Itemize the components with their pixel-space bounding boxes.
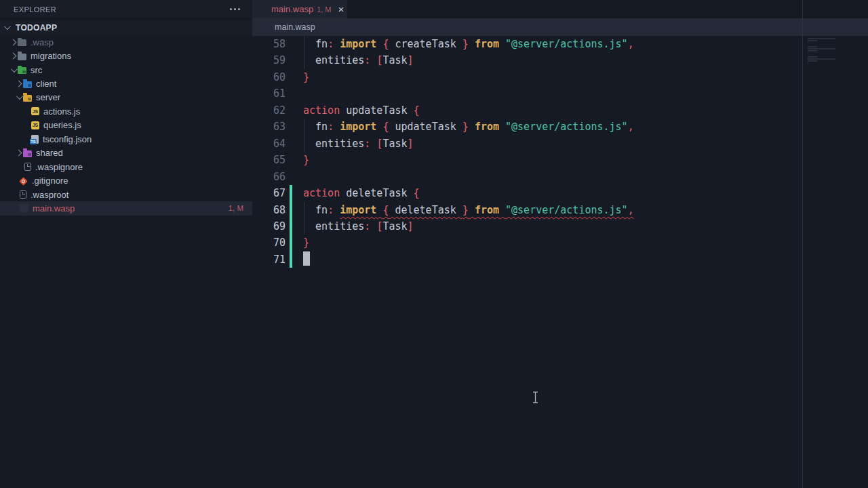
editor-group: main.wasp 1, M × main.wasp 58 fn: import… (252, 0, 868, 488)
line-number: 61 (252, 85, 285, 102)
tree-item-migrations[interactable]: migrations (0, 49, 252, 62)
line-number: 64 (252, 136, 285, 152)
tree-item-label: queries.js (43, 120, 81, 130)
line-number: 65 (252, 152, 285, 168)
code-area[interactable]: 58 fn: import { createTask } from "@serv… (252, 36, 868, 488)
code-text: } (303, 152, 309, 168)
javascript-file-icon: JS (31, 107, 39, 115)
minimap-line-mark (808, 38, 835, 39)
text-cursor (303, 251, 310, 266)
gutter-change-indicator (290, 235, 292, 251)
more-actions-icon[interactable] (229, 5, 241, 13)
code-line-64[interactable]: 64 entities: [Task] (252, 136, 868, 152)
line-number: 69 (252, 218, 285, 235)
code-text: } (303, 235, 309, 251)
line-number: 71 (252, 251, 285, 268)
folder-icon (23, 150, 32, 157)
chevron-down-icon (4, 23, 11, 30)
explorer-title: EXPLORER (14, 5, 56, 14)
minimap-line-mark (808, 50, 817, 52)
tree-item-label: main.wasp (33, 203, 75, 214)
chevron-right-icon (16, 150, 22, 157)
gutter-change-indicator (290, 218, 292, 235)
line-number: 66 (252, 169, 285, 185)
close-icon[interactable]: × (338, 4, 344, 14)
code-line-67[interactable]: 67action deleteTask { (252, 185, 868, 201)
code-text: fn: import { createTask } from "@server/… (303, 36, 634, 52)
tree-item-label: src (31, 65, 42, 75)
explorer-sidebar: EXPLORER TODOAPP .waspmigrationssrcclien… (0, 0, 252, 488)
line-number: 59 (252, 52, 285, 68)
code-line-70[interactable]: 70} (252, 235, 868, 251)
minimap-line-mark (808, 42, 808, 43)
tree-item-shared[interactable]: shared (0, 146, 252, 160)
code-text: entities: [Task] (303, 52, 414, 68)
code-line-61[interactable]: 61 (252, 85, 868, 102)
code-line-62[interactable]: 62action updateTask { (252, 102, 868, 119)
code-text: action updateTask { (303, 102, 420, 119)
line-number: 63 (252, 119, 285, 135)
code-line-60[interactable]: 60} (252, 69, 868, 85)
minimap-line-mark (808, 56, 817, 58)
minimap-line-mark (808, 58, 835, 60)
project-root-label: TODOAPP (16, 23, 57, 33)
line-number: 60 (252, 69, 285, 85)
tree-item-actions-js[interactable]: JSactions.js (0, 104, 252, 118)
tree-item-label: server (36, 92, 60, 102)
folder-icon (23, 81, 32, 88)
indent-guide (304, 52, 304, 68)
code-line-59[interactable]: 59 entities: [Task] (252, 52, 868, 68)
tree-item--wasp[interactable]: .wasp (0, 35, 252, 49)
tab-title: main.wasp (271, 4, 313, 14)
tree-item-server[interactable]: server (0, 91, 252, 104)
explorer-section-todoapp[interactable]: TODOAPP (0, 20, 252, 35)
indent-guide (304, 218, 304, 235)
breadcrumb: main.wasp (252, 18, 868, 36)
tree-item-main-wasp[interactable]: main.wasp1, M (0, 201, 252, 215)
tree-item--gitignore[interactable]: .gitignore (0, 174, 252, 187)
git-status-badge: 1, M (229, 204, 243, 212)
code-line-63[interactable]: 63 fn: import { updateTask } from "@serv… (252, 119, 868, 135)
tab-main-wasp[interactable]: main.wasp 1, M × (252, 0, 347, 18)
indent-guide (304, 36, 304, 52)
chevron-right-icon (16, 81, 22, 87)
line-number: 67 (252, 185, 285, 201)
line-number: 70 (252, 235, 285, 251)
tree-item-label: client (36, 79, 56, 89)
code-line-68[interactable]: 68 fn: import { deleteTask } from "@serv… (252, 202, 868, 218)
tree-item-queries-js[interactable]: JSqueries.js (0, 119, 252, 132)
file-icon (20, 190, 26, 199)
tree-item-label: tsconfig.json (43, 134, 92, 144)
code-line-58[interactable]: 58 fn: import { createTask } from "@serv… (252, 36, 868, 52)
minimap-line-mark (808, 40, 817, 41)
tree-item--waspignore[interactable]: .waspignore (0, 160, 252, 174)
folder-icon (23, 95, 32, 102)
minimap[interactable] (802, 0, 868, 488)
minimap-line-mark (808, 52, 808, 54)
tree-item-label: shared (36, 148, 63, 158)
mouse-text-cursor (532, 391, 539, 404)
line-number: 58 (252, 36, 285, 52)
code-text (303, 251, 310, 268)
tree-item--wasproot[interactable]: .wasproot (0, 188, 252, 201)
tree-item-tsconfig-json[interactable]: TStsconfig.json (0, 132, 252, 146)
tree-item-client[interactable]: client (0, 77, 252, 90)
code-line-71[interactable]: 71 (252, 251, 868, 268)
code-line-66[interactable]: 66 (252, 169, 868, 185)
tsconfig-file-icon: TS (31, 135, 39, 144)
tree-item-label: migrations (31, 51, 71, 61)
explorer-header: EXPLORER (0, 0, 252, 18)
tree-item-src[interactable]: src (0, 63, 252, 77)
minimap-line-mark (808, 60, 817, 62)
file-tree: .waspmigrationssrcclientserverJSactions.… (0, 35, 252, 216)
breadcrumb-file[interactable]: main.wasp (275, 22, 315, 32)
minimap-line-mark (808, 62, 808, 64)
chevron-down-icon (11, 66, 18, 73)
javascript-file-icon: JS (31, 121, 39, 129)
minimap-line-mark (808, 46, 817, 47)
code-text: } (303, 69, 309, 85)
code-line-69[interactable]: 69 entities: [Task] (252, 218, 868, 235)
code-line-65[interactable]: 65} (252, 152, 868, 168)
chevron-right-icon (10, 53, 17, 60)
wasp-file-icon (20, 204, 28, 212)
